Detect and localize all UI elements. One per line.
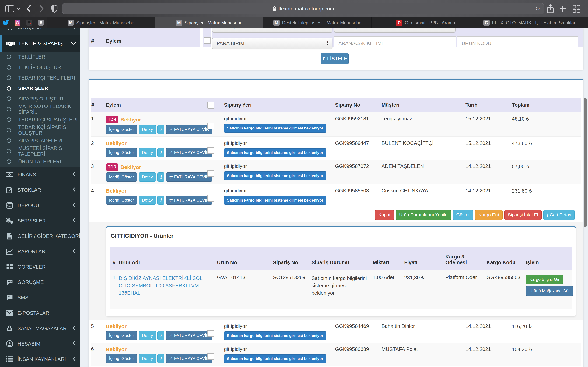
kargo-fisi-button[interactable]: Kargo Fişi [475,210,503,220]
kapat-button[interactable]: Kapat [375,210,394,220]
icerigi-goster-button[interactable]: İçeriği Göster [106,331,137,340]
siparis-durumu-select[interactable]: SİPARİŞ DURUMU ▼ [334,28,456,33]
sidebar-item-depocu[interactable]: DEPOCU [0,198,80,213]
filter-funnel-icon [322,57,326,61]
chevron-down-icon[interactable] [17,7,21,10]
order-total: 231,80 ₺ [512,188,581,194]
tab-siparisler-1[interactable]: M Siparişler - Matrix Muhasebe [47,17,155,28]
siparisi-iptal-et-button[interactable]: Siparişi İptal Et [504,210,542,220]
pinned-tab-instagram[interactable] [12,17,24,28]
sidebar-item-insan-kaynaklari[interactable]: İNSAN KAYNAKLARI [0,351,80,367]
row-checkbox[interactable] [207,147,214,154]
sidebar-item-hesabim[interactable]: HESABIM [0,336,80,351]
submenu-label: TEKLİF OLUŞTUR [18,65,61,70]
cari-detay-button[interactable]: iCari Detay [543,210,575,220]
aranacak-kelime-input[interactable] [334,36,456,50]
tab-overview-icon[interactable] [573,5,580,13]
page-scrollbar[interactable] [584,98,587,227]
detay-button[interactable]: Detay [139,354,156,363]
submenu-urun-talepleri[interactable]: ÜRÜN TALEPLERİ [0,156,80,167]
sidebar-toggle-icon[interactable] [5,5,14,12]
urunu-magazada-gor-button[interactable]: Ürünü Mağazada Gör [526,286,573,296]
submenu-musteri-siparis-talepleri[interactable]: MÜŞTERİ SİPARİŞ TALEPLERİ [0,146,80,156]
submenu-tedarikci-siparisi-olustur[interactable]: TEDARİKÇİ SİPARİŞİ OLUŞTUR [0,125,80,135]
urun-kodu-input[interactable] [457,36,578,50]
listele-button[interactable]: LİSTELE [320,53,349,65]
info-button[interactable]: i [157,354,164,363]
submenu-teklif-olustur[interactable]: TEKLİF OLUŞTUR [0,62,80,73]
icerigi-goster-button[interactable]: İçeriği Göster [106,354,137,363]
submenu-tedarikci-siparisleri[interactable]: TEDARİKÇİ SİPARİŞLERİ [0,115,80,125]
order-row: 2 Bekliyor İçeriği Göster Detay i ⇄FATUR… [91,137,581,160]
sidebar-item-sms[interactable]: SMS [0,290,80,305]
icerigi-goster-button[interactable]: İçeriği Göster [106,196,137,205]
row-checkbox[interactable] [207,123,214,130]
tab-flex-oto-market[interactable]: G FLEX_OTO_MARKET, Hesabım Sattıklarım G… [480,17,588,28]
filter-panel: # Eylem Ş SİPARİŞ YERİ ▼ SİPARİŞ DURUMU … [88,28,583,70]
shield-icon[interactable] [51,5,58,13]
product-cargo-code: GGK99585503 [486,270,526,309]
sidebar-item-gelir-gider[interactable]: GELİR / GİDER KATEGORİ [0,228,80,244]
icerigi-goster-button[interactable]: İçeriği Göster [106,173,137,182]
detay-button[interactable]: Detay [139,196,156,205]
select-all-checkbox[interactable] [207,101,214,108]
main-content: # Eylem Ş SİPARİŞ YERİ ▼ SİPARİŞ DURUMU … [80,28,588,367]
sidebar-item-servisler[interactable]: SERVİSLER [0,213,80,228]
submenu-siparisler-active[interactable]: SİPARİŞLER [0,83,80,93]
product-name-link[interactable]: DIŞ DİKİZ AYNASI ELEKTRİKLİ SOL CLIO SYM… [119,275,202,296]
filter-col-eylem: Eylem [106,38,121,44]
reload-icon[interactable]: ↻ [535,5,540,12]
submenu-teklifler[interactable]: TEKLİFLER [0,51,80,62]
sidebar-item-raporlar[interactable]: RAPORLAR [0,244,80,259]
tab-siparisler-2-active[interactable]: M Siparişler - Matrix Muhasebe [155,17,263,28]
col-header-kargo-kodu: Kargo Kodu [486,260,526,266]
info-button[interactable]: i [157,148,164,157]
detay-button[interactable]: Detay [139,331,156,340]
icerigi-goster-button[interactable]: İçeriği Göster [106,125,137,134]
tab-oto-ismail[interactable]: P Oto İsmail - B2B - Arama [372,17,480,28]
goster-button[interactable]: Göster [453,210,473,220]
tab-destek-talep[interactable]: M Destek Talep Listesi - Matrix Muhasebe [263,17,372,28]
sidebar-item-gorevler[interactable]: GÖREVLER [0,259,80,275]
detay-button[interactable]: Detay [139,125,156,134]
submenu-siparis-olustur[interactable]: SİPARİŞ OLUŞTUR [0,93,80,104]
info-button[interactable]: i [157,173,164,182]
info-button[interactable]: i [157,331,164,340]
pinned-tab-camera[interactable] [24,17,35,28]
url-bar[interactable]: flexoto.matrixotoerp.com ↻ [62,3,544,14]
kargo-bilgisi-gir-button[interactable]: Kargo Bilgisi Gir [526,275,563,284]
submenu-siparis-iadeleri[interactable]: SİPARİŞ İADELERİ [0,135,80,146]
sidebar-item-finans[interactable]: FİNANS [0,167,80,182]
info-button[interactable]: i [157,196,164,205]
new-tab-icon[interactable] [559,5,566,12]
sidebar-item-stoklar[interactable]: STOKLAR [0,182,80,198]
col-header-yeri: Sipariş Yeri [219,102,335,108]
submenu-tedarikci-teklifleri[interactable]: TEDARİKÇİ TEKLİFLERİ [0,73,80,83]
forward-icon[interactable] [39,5,44,13]
row-checkbox[interactable] [207,330,214,337]
icerigi-goster-button[interactable]: İçeriği Göster [106,148,137,157]
select-all-checkbox[interactable] [204,37,210,44]
row-checkbox[interactable] [207,353,214,360]
chevron-left-icon [72,202,76,209]
sidebar-item-sanal-magazalar[interactable]: SANAL MAĞAZALAR [0,321,80,336]
sidebar-item-teklif-siparis[interactable]: TEKLİF & SİPARİŞ [0,35,80,51]
detay-button[interactable]: Detay [139,148,156,157]
order-total: 104,30 ₺ [512,346,581,352]
para-birimi-select[interactable]: PARA BİRİMİ ▲▼ [212,38,332,49]
siparis-yeri-select[interactable]: SİPARİŞ YERİ ▼ [212,28,332,33]
sidebar-item-satislar[interactable]: SATIŞLAR [0,28,80,35]
urun-durumlarini-yenile-button[interactable]: Ürün Durumlarını Yenile [396,210,451,220]
share-icon[interactable] [547,4,554,13]
back-icon[interactable] [26,5,32,13]
sidebar-item-gorusme[interactable]: GÖRÜŞME [0,275,80,290]
detay-button[interactable]: Detay [139,173,156,182]
info-button[interactable]: i [157,125,164,134]
pinned-tab-twitter[interactable] [0,17,12,28]
row-checkbox[interactable] [207,194,214,201]
sidebar-item-epostalar[interactable]: E-POSTALAR [0,305,80,321]
order-total: 473,60 ₺ [512,140,581,146]
submenu-matrixoto-tedarik[interactable]: MATRİXOTO TEDARİK SİPARİ... [0,104,80,115]
row-checkbox[interactable] [207,170,214,177]
pinned-tab-e[interactable]: E [35,17,47,28]
